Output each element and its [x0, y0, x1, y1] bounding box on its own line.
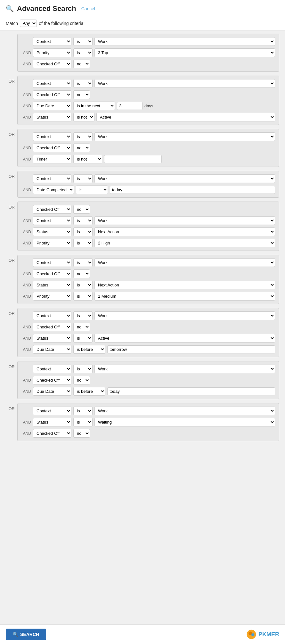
- value-select-2-0[interactable]: Work: [94, 132, 275, 141]
- field-select-6-1[interactable]: Checked Off: [33, 323, 71, 331]
- operator-select-3-0[interactable]: is: [73, 174, 93, 183]
- field-select-4-3[interactable]: Priority: [33, 239, 71, 247]
- or-label-7: OR: [6, 361, 15, 369]
- operator-select-2-0[interactable]: is: [73, 132, 93, 141]
- timer-input-2-2[interactable]: [104, 155, 162, 163]
- value-select-4-1[interactable]: Work: [94, 216, 275, 225]
- value-select-4-2[interactable]: Next Action: [94, 227, 275, 236]
- criteria-row-4-0: Checked Offno: [21, 205, 275, 214]
- operator-select-0-1[interactable]: is: [73, 48, 93, 57]
- value-select-8-1[interactable]: Waiting: [94, 418, 275, 426]
- field-select-6-0[interactable]: Context: [33, 311, 71, 320]
- field-select-5-0[interactable]: Context: [33, 258, 71, 267]
- field-select-7-2[interactable]: Due Date: [33, 387, 71, 396]
- operator-select-4-1[interactable]: is: [73, 216, 93, 225]
- or-group-6: ORContextisWorkANDChecked OffnoANDStatus…: [6, 308, 279, 357]
- value-select-6-0[interactable]: Work: [94, 311, 275, 320]
- value-select-3-0[interactable]: Work: [94, 174, 275, 183]
- field-select-3-1[interactable]: Date Completed: [33, 186, 74, 194]
- field-select-4-1[interactable]: Context: [33, 216, 71, 225]
- criteria-row-3-0: ContextisWork: [21, 174, 275, 183]
- field-select-5-2[interactable]: Status: [33, 281, 71, 289]
- operator-select-0-0[interactable]: is: [73, 37, 93, 46]
- value-select-5-0[interactable]: Work: [94, 258, 275, 267]
- criteria-row-6-2: ANDStatusisActive: [21, 334, 275, 343]
- value-select-6-2[interactable]: Active: [94, 334, 275, 343]
- field-select-2-2[interactable]: Timer: [33, 155, 71, 163]
- value-select-5-2[interactable]: Next Action: [94, 281, 275, 289]
- field-select-1-3[interactable]: Status: [33, 113, 71, 121]
- or-label-0: [6, 34, 15, 37]
- operator-select-5-3[interactable]: is: [73, 292, 93, 301]
- field-select-4-2[interactable]: Status: [33, 227, 71, 236]
- value-select-0-1[interactable]: 3 Top: [94, 48, 275, 57]
- field-select-2-1[interactable]: Checked Off: [33, 144, 71, 152]
- field-select-5-1[interactable]: Checked Off: [33, 269, 71, 278]
- value-text-input-3-1[interactable]: [110, 186, 275, 194]
- value-select-5-3[interactable]: 1 Medium: [94, 292, 275, 301]
- and-label-4-1: AND: [21, 219, 31, 223]
- field-select-1-2[interactable]: Due Date: [33, 102, 71, 110]
- search-button[interactable]: 🔍 SEARCH: [6, 629, 46, 640]
- field-select-8-0[interactable]: Context: [33, 407, 71, 415]
- field-select-1-0[interactable]: Context: [33, 79, 71, 88]
- operator-select-5-0[interactable]: is: [73, 258, 93, 267]
- value-select-7-0[interactable]: Work: [94, 365, 275, 373]
- value-text-input-6-3[interactable]: [107, 345, 275, 353]
- value-text-input-7-2[interactable]: [107, 387, 275, 395]
- operator-select-6-3[interactable]: is before: [73, 345, 105, 354]
- value-select-8-0[interactable]: Work: [94, 407, 275, 415]
- operator-select-1-2[interactable]: is in the next: [73, 102, 115, 110]
- field-select-6-3[interactable]: Due Date: [33, 345, 71, 354]
- operator-select-2-2[interactable]: is not: [73, 155, 102, 163]
- operator-select-6-0[interactable]: is: [73, 311, 93, 320]
- operator-select-8-0[interactable]: is: [73, 407, 93, 415]
- operator-select-7-0[interactable]: is: [73, 365, 93, 373]
- operator-select-8-2[interactable]: no: [73, 429, 90, 438]
- footer: 🔍 SEARCH PKMER: [0, 624, 285, 644]
- field-select-0-2[interactable]: Checked Off: [33, 60, 71, 68]
- operator-select-0-2[interactable]: no: [73, 60, 90, 68]
- cancel-link[interactable]: Cancel: [81, 6, 95, 11]
- field-select-2-0[interactable]: Context: [33, 132, 71, 141]
- field-select-4-0[interactable]: Checked Off: [33, 205, 71, 214]
- operator-select-5-1[interactable]: no: [73, 269, 90, 278]
- value-select-0-0[interactable]: Work: [94, 37, 275, 46]
- operator-select-6-2[interactable]: is: [73, 334, 93, 343]
- field-select-7-1[interactable]: Checked Off: [33, 376, 71, 384]
- operator-select-4-3[interactable]: is: [73, 239, 93, 247]
- criteria-row-5-2: ANDStatusisNext Action: [21, 281, 275, 289]
- operator-select-1-1[interactable]: no: [73, 90, 90, 99]
- criteria-row-5-1: ANDChecked Offno: [21, 269, 275, 278]
- operator-select-1-3[interactable]: is not: [73, 113, 94, 121]
- operator-select-2-1[interactable]: no: [73, 144, 90, 152]
- operator-select-5-2[interactable]: is: [73, 281, 93, 289]
- operator-select-1-0[interactable]: is: [73, 79, 93, 88]
- criteria-row-1-2: ANDDue Dateis in the nextdays: [21, 102, 275, 110]
- field-select-3-0[interactable]: Context: [33, 174, 71, 183]
- operator-select-6-1[interactable]: no: [73, 323, 90, 331]
- operator-select-4-0[interactable]: no: [73, 205, 90, 214]
- field-select-6-2[interactable]: Status: [33, 334, 71, 343]
- match-select[interactable]: Any All: [20, 20, 37, 27]
- field-select-7-0[interactable]: Context: [33, 365, 71, 373]
- value-select-1-3[interactable]: Active: [96, 113, 275, 121]
- search-btn-icon: 🔍: [13, 632, 18, 637]
- value-select-4-3[interactable]: 2 High: [94, 239, 275, 247]
- criteria-row-7-0: ContextisWork: [21, 365, 275, 373]
- criteria-row-3-1: ANDDate Completedis: [21, 186, 275, 194]
- operator-select-8-1[interactable]: is: [73, 418, 93, 426]
- field-select-1-1[interactable]: Checked Off: [33, 90, 71, 99]
- value-select-1-0[interactable]: Work: [94, 79, 275, 88]
- and-label-2-1: AND: [21, 146, 31, 150]
- value-input-1-2[interactable]: [117, 102, 142, 110]
- field-select-8-2[interactable]: Checked Off: [33, 429, 71, 438]
- field-select-8-1[interactable]: Status: [33, 418, 71, 426]
- operator-select-4-2[interactable]: is: [73, 227, 93, 236]
- field-select-0-0[interactable]: Context: [33, 37, 71, 46]
- operator-select-3-1[interactable]: is: [76, 186, 108, 194]
- field-select-5-3[interactable]: Priority: [33, 292, 71, 301]
- operator-select-7-2[interactable]: is before: [73, 387, 105, 396]
- field-select-0-1[interactable]: Priority: [33, 48, 71, 57]
- operator-select-7-1[interactable]: no: [73, 376, 90, 384]
